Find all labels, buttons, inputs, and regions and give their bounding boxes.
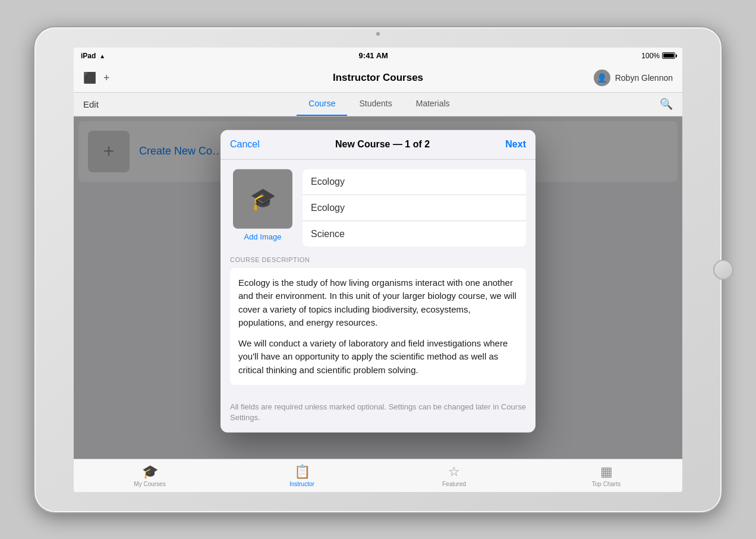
description-paragraph-1: Ecology is the study of how living organ… [238,276,518,329]
device-name-label: iPad [81,52,96,60]
instructor-label: Instructor [289,481,314,487]
search-icon[interactable]: 🔍 [660,97,673,111]
user-name-label: Robyn Glennon [615,73,673,83]
course-subtitle-input[interactable] [303,195,526,220]
wifi-icon [99,52,105,60]
ipad-screen: iPad 9:41 AM 100% ⬛ + Instructor Courses… [74,48,682,492]
status-time: 9:41 AM [359,51,388,60]
tab-students[interactable]: Students [347,92,404,116]
ipad-home-button[interactable] [713,260,733,280]
tab-featured[interactable]: ☆ Featured [378,464,530,487]
status-right: 100% [641,52,675,60]
nav-title: Instructor Courses [333,72,423,84]
tab-bar: 🎓 My Courses 📋 Instructor ☆ Featured ▦ T… [74,459,682,492]
graduation-cap-icon: 🎓 [250,186,276,211]
toolbar-tabs: Course Students Materials [297,92,461,116]
status-left: iPad [81,52,105,60]
new-course-modal: Cancel New Course — 1 of 2 Next 🎓 Add Im… [220,130,536,433]
tab-materials[interactable]: Materials [404,92,462,116]
course-name-input[interactable] [303,169,526,194]
course-fields [303,169,526,246]
sidebar-toggle-icon[interactable]: ⬛ [83,71,96,84]
modal-title: New Course — 1 of 2 [335,139,430,150]
course-image-thumb[interactable]: 🎓 [233,169,292,228]
status-bar: iPad 9:41 AM 100% [74,48,682,64]
modal-body: 🎓 Add Image COURSE DESCRIPTION [220,159,536,395]
description-box[interactable]: Ecology is the study of how living organ… [230,267,526,385]
featured-icon: ☆ [448,464,460,480]
modal-header: Cancel New Course — 1 of 2 Next [220,130,536,159]
description-paragraph-2: We will conduct a variety of laboratory … [238,336,518,377]
footer-note: All fields are required unless marked op… [230,402,526,422]
edit-button[interactable]: Edit [83,99,99,109]
ipad-device: iPad 9:41 AM 100% ⬛ + Instructor Courses… [33,26,723,513]
add-icon[interactable]: + [103,72,110,84]
nav-bar: ⬛ + Instructor Courses 👤 Robyn Glennon [74,64,682,93]
course-category-input[interactable] [303,221,526,246]
description-section-label: COURSE DESCRIPTION [230,256,526,263]
my-courses-label: My Courses [134,481,165,487]
next-button[interactable]: Next [505,139,526,150]
my-courses-icon: 🎓 [142,464,158,480]
battery-percent: 100% [641,52,660,60]
avatar: 👤 [594,70,610,86]
battery-fill [663,53,674,58]
toolbar: Edit Course Students Materials 🔍 [74,93,682,116]
course-image-box: 🎓 Add Image [230,169,295,246]
tab-instructor[interactable]: 📋 Instructor [226,464,378,487]
nav-left-buttons: ⬛ + [83,71,110,84]
tab-course[interactable]: Course [297,92,347,116]
course-info-row: 🎓 Add Image [230,169,526,246]
modal-footer: All fields are required unless marked op… [220,395,536,433]
featured-label: Featured [442,481,466,487]
top-charts-label: Top Charts [592,481,620,487]
tab-my-courses[interactable]: 🎓 My Courses [74,464,226,487]
top-charts-icon: ▦ [600,464,613,480]
battery-icon [662,52,675,59]
tab-top-charts[interactable]: ▦ Top Charts [530,464,682,487]
nav-right-area: 👤 Robyn Glennon [594,70,673,86]
add-image-label[interactable]: Add Image [244,232,282,241]
cancel-button[interactable]: Cancel [230,139,260,150]
ipad-camera [376,32,380,36]
main-content: + Create New Co… Cancel New Course — 1 o… [74,116,682,459]
instructor-icon: 📋 [294,464,310,480]
avatar-placeholder: 👤 [597,73,607,83]
